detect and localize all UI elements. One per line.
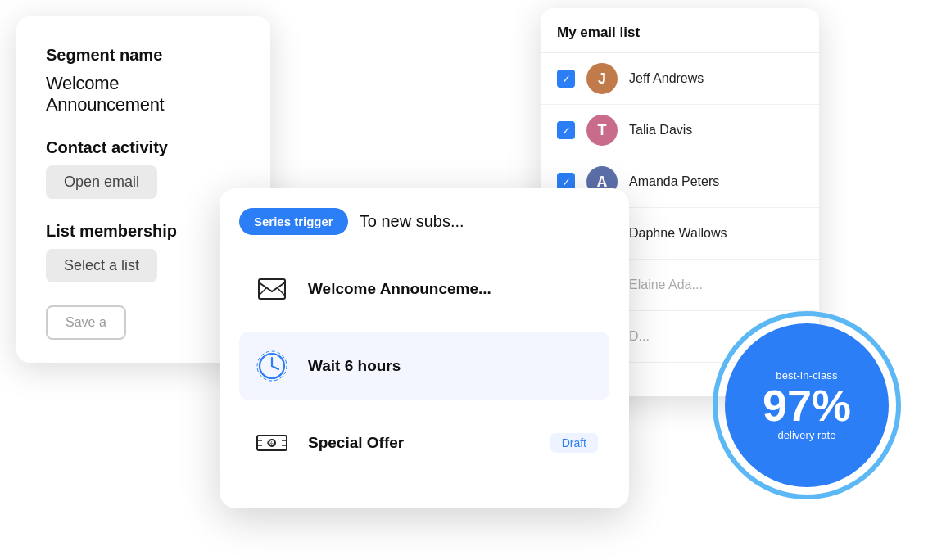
circle-inner: best-in-class 97% delivery rate xyxy=(725,323,889,487)
delivery-rate-circle: best-in-class 97% delivery rate xyxy=(713,311,901,499)
contact-name: D... xyxy=(629,329,650,344)
svg-line-2 xyxy=(278,288,285,296)
contact-checkbox[interactable]: ✓ xyxy=(557,121,575,139)
save-button[interactable]: Save a xyxy=(46,305,126,340)
step-wait[interactable]: Wait 6 hours xyxy=(239,332,609,400)
step-offer[interactable]: % Special OfferDraft xyxy=(239,409,609,477)
contact-name: Amanda Peters xyxy=(629,174,719,189)
best-in-class-text: best-in-class xyxy=(776,369,838,382)
select-list-button[interactable]: Select a list xyxy=(46,249,157,282)
open-email-button[interactable]: Open email xyxy=(46,165,157,199)
email-list-title: My email list xyxy=(541,25,819,53)
email-list-row[interactable]: ✓TTalia Davis xyxy=(541,105,819,156)
contact-name: Jeff Andrews xyxy=(629,71,704,86)
automation-header: Series trigger To new subs... xyxy=(239,208,609,235)
step-title: Welcome Announceme... xyxy=(308,280,598,298)
step-content: Wait 6 hours xyxy=(308,357,598,375)
delivery-label: delivery rate xyxy=(778,429,836,441)
step-content: Welcome Announceme... xyxy=(308,280,598,298)
step-badge: Draft xyxy=(550,433,598,453)
contact-activity-label: Contact activity xyxy=(46,138,241,157)
contact-checkbox[interactable]: ✓ xyxy=(557,70,575,88)
step-title: Wait 6 hours xyxy=(308,357,598,375)
step-welcome[interactable]: Welcome Announceme... xyxy=(239,255,609,323)
email-list-row[interactable]: ✓JJeff Andrews xyxy=(541,53,819,105)
contact-name: Elaine Ada... xyxy=(629,278,703,292)
svg-text:%: % xyxy=(267,440,274,448)
list-membership-label: List membership xyxy=(46,222,241,241)
contact-avatar: T xyxy=(586,115,618,146)
segment-name-value: Welcome Announcement xyxy=(46,73,241,115)
contact-avatar: J xyxy=(586,63,618,94)
email-icon xyxy=(251,268,293,310)
automation-card: Series trigger To new subs... Welcome An… xyxy=(220,188,629,508)
step-content: Special Offer xyxy=(308,434,536,452)
svg-line-1 xyxy=(259,288,266,296)
ticket-icon: % xyxy=(251,422,293,464)
segment-name-label: Segment name xyxy=(46,46,241,65)
series-trigger-badge[interactable]: Series trigger xyxy=(239,208,348,235)
clock-icon xyxy=(251,345,293,387)
contact-name: Daphne Wallows xyxy=(629,226,727,241)
delivery-percent: 97% xyxy=(763,383,851,427)
step-title: Special Offer xyxy=(308,434,536,452)
contact-name: Talia Davis xyxy=(629,123,692,138)
to-new-subs-label: To new subs... xyxy=(360,212,464,231)
svg-rect-0 xyxy=(259,279,285,299)
